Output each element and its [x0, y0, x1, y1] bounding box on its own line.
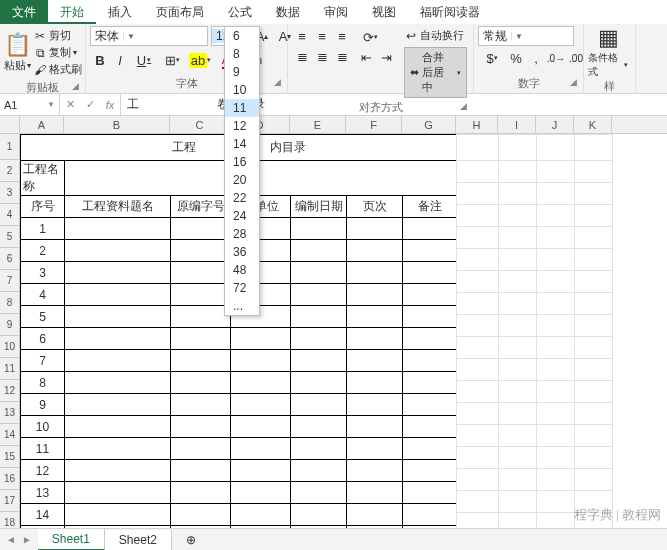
row-header[interactable]: 1 [0, 134, 19, 160]
fx-button[interactable]: fx [100, 99, 120, 111]
orientation-button[interactable]: ⟳▾ [356, 27, 384, 47]
font-launcher[interactable]: ◢ [274, 77, 281, 87]
font-size-option[interactable]: 28 [225, 225, 259, 243]
select-all-corner[interactable] [0, 116, 20, 134]
row-header[interactable]: 3 [0, 182, 19, 204]
col-header[interactable]: I [498, 116, 536, 133]
align-bottom[interactable]: ≡ [332, 26, 352, 46]
watermark: 程字典 | 教程网 [574, 506, 661, 524]
percent-button[interactable]: % [506, 48, 526, 68]
number-format-combo[interactable]: 常规▼ [478, 26, 574, 46]
font-size-option[interactable]: 6 [225, 27, 259, 45]
accounting-button[interactable]: $▾ [478, 48, 506, 68]
font-size-option[interactable]: 36 [225, 243, 259, 261]
sheet-tab-1[interactable]: Sheet1 [38, 529, 105, 551]
comma-button[interactable]: , [526, 48, 546, 68]
font-size-option[interactable]: 16 [225, 153, 259, 171]
row-header[interactable]: 11 [0, 358, 19, 380]
number-launcher[interactable]: ◢ [570, 77, 577, 87]
sheet-add-button[interactable]: ⊕ [172, 530, 210, 550]
font-size-option[interactable]: 9 [225, 63, 259, 81]
sheet-tab-2[interactable]: Sheet2 [105, 530, 172, 550]
row-header[interactable]: 16 [0, 468, 19, 490]
align-top[interactable]: ≡ [292, 26, 312, 46]
tab-home[interactable]: 开始 [48, 0, 96, 24]
align-right[interactable]: ≣ [332, 46, 352, 66]
tab-file[interactable]: 文件 [0, 0, 48, 24]
col-header[interactable]: F [346, 116, 402, 133]
col-header[interactable]: B [64, 116, 170, 133]
fill-color-button[interactable]: ab▾ [186, 50, 214, 70]
col-header[interactable]: G [402, 116, 456, 133]
col-header[interactable]: A [20, 116, 64, 133]
font-size-option[interactable]: 14 [225, 135, 259, 153]
row-header[interactable]: 18 [0, 512, 19, 528]
conditional-format-button[interactable]: ▦ 条件格式▾ [588, 26, 628, 78]
row-header[interactable]: 4 [0, 204, 19, 226]
font-size-option[interactable]: 72 [225, 279, 259, 297]
chevron-down-icon[interactable]: ▼ [123, 32, 138, 41]
align-middle[interactable]: ≡ [312, 26, 332, 46]
font-size-option[interactable]: 24 [225, 207, 259, 225]
row-header[interactable]: 10 [0, 336, 19, 358]
cut-button[interactable]: ✂剪切 [33, 27, 82, 44]
confirm-formula[interactable]: ✓ [80, 98, 100, 111]
sheet-nav-prev[interactable]: ◄ [6, 534, 16, 545]
tab-insert[interactable]: 插入 [96, 0, 144, 24]
row-header[interactable]: 17 [0, 490, 19, 512]
chevron-down-icon[interactable]: ▼ [511, 32, 526, 41]
row-header[interactable]: 5 [0, 226, 19, 248]
bold-button[interactable]: B [90, 50, 110, 70]
tab-formula[interactable]: 公式 [216, 0, 264, 24]
tab-foxit[interactable]: 福昕阅读器 [408, 0, 492, 24]
font-size-option[interactable]: 11 [225, 99, 259, 117]
copy-button[interactable]: ⧉复制▾ [33, 44, 82, 61]
row-header[interactable]: 15 [0, 446, 19, 468]
cancel-formula[interactable]: ✕ [60, 98, 80, 111]
font-size-option[interactable]: 48 [225, 261, 259, 279]
paste-icon: 📋 [4, 32, 31, 58]
align-left[interactable]: ≣ [292, 46, 312, 66]
decrease-decimal[interactable]: .00 [566, 48, 586, 68]
spreadsheet-grid[interactable]: ABCDEFGHIJK 123456789101112131415161718 … [0, 116, 667, 528]
tab-view[interactable]: 视图 [360, 0, 408, 24]
font-size-option[interactable]: 8 [225, 45, 259, 63]
font-name-combo[interactable]: 宋体▼ [90, 26, 208, 46]
align-center[interactable]: ≣ [312, 46, 332, 66]
tab-layout[interactable]: 页面布局 [144, 0, 216, 24]
tab-review[interactable]: 审阅 [312, 0, 360, 24]
row-header[interactable]: 13 [0, 402, 19, 424]
font-size-option[interactable]: 20 [225, 171, 259, 189]
row-header[interactable]: 2 [0, 160, 19, 182]
wrap-text-button[interactable]: ↩自动换行 [404, 27, 467, 44]
font-size-option[interactable]: 22 [225, 189, 259, 207]
indent-increase[interactable]: ⇥ [376, 47, 396, 67]
col-header[interactable]: K [574, 116, 612, 133]
sheet-nav-next[interactable]: ► [22, 534, 32, 545]
underline-button[interactable]: U▾ [130, 50, 158, 70]
font-size-option[interactable]: ... [225, 297, 259, 315]
col-header[interactable]: E [290, 116, 346, 133]
format-painter-button[interactable]: 🖌格式刷 [33, 61, 82, 78]
font-size-option[interactable]: 10 [225, 81, 259, 99]
row-header[interactable]: 8 [0, 292, 19, 314]
italic-button[interactable]: I [110, 50, 130, 70]
tab-data[interactable]: 数据 [264, 0, 312, 24]
col-header[interactable]: J [536, 116, 574, 133]
paste-button[interactable]: 📋 粘贴▾ [4, 26, 31, 78]
col-header[interactable]: C [170, 116, 230, 133]
font-size-option[interactable]: 12 [225, 117, 259, 135]
col-header[interactable]: H [456, 116, 498, 133]
row-header[interactable]: 12 [0, 380, 19, 402]
border-button[interactable]: ⊞▾ [158, 50, 186, 70]
clipboard-launcher[interactable]: ◢ [72, 81, 79, 91]
row-header[interactable]: 7 [0, 270, 19, 292]
name-box[interactable]: A1▼ [0, 94, 60, 115]
merge-center-button[interactable]: ⬌合并后居中▾ [404, 47, 467, 98]
align-launcher[interactable]: ◢ [460, 101, 467, 111]
increase-decimal[interactable]: .0→ [546, 48, 566, 68]
row-header[interactable]: 9 [0, 314, 19, 336]
row-header[interactable]: 14 [0, 424, 19, 446]
indent-decrease[interactable]: ⇤ [356, 47, 376, 67]
row-header[interactable]: 6 [0, 248, 19, 270]
